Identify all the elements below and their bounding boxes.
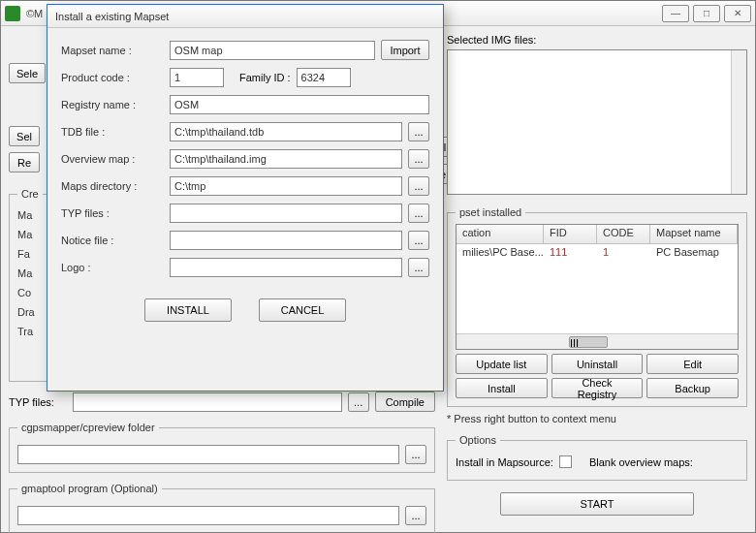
mapset-installed-legend: pset installed [456,206,525,218]
app-icon [5,6,20,21]
td-mapset-name: PC Basemap [650,244,738,264]
cgpsmapper-path-input[interactable] [17,445,399,464]
cancel-button[interactable]: CANCEL [259,298,346,322]
cgpsmapper-fieldset: cgpsmapper/cpreview folder ... [9,422,435,473]
mapset-installed-fieldset: pset installed cation FID CODE Mapset na… [447,206,747,407]
gmaptool-fieldset: gmaptool program (Optional) ... [9,483,435,533]
notice-file-browse-button[interactable]: ... [408,231,429,250]
dialog-title: Install a existing Mapset [55,11,169,22]
install-mapsource-label: Install in Mapsource: [456,456,553,468]
mapset-button-grid: Update list Uninstall Edit Install Check… [456,354,739,398]
table-header: cation FID CODE Mapset name [457,225,738,244]
registry-name-input[interactable] [170,95,429,114]
typ-files-modal-input[interactable] [170,204,402,223]
selected-img-listbox[interactable] [447,49,747,195]
right-column: Selected IMG files: pset installed catio… [447,34,747,516]
tdb-file-browse-button[interactable]: ... [408,122,429,141]
maximize-button[interactable]: □ [693,5,720,22]
selected-img-scrollbar[interactable] [731,50,746,194]
typ-files-browse-button[interactable]: ... [348,392,369,412]
table-scroll-thumb[interactable]: III [569,336,608,348]
overview-map-browse-button[interactable]: ... [408,149,429,169]
cgpsmapper-browse-button[interactable]: ... [405,445,426,464]
start-button[interactable]: START [500,492,694,516]
dialog-titlebar[interactable]: Install a existing Mapset [47,5,443,28]
gmaptool-browse-button[interactable]: ... [405,506,426,525]
notice-file-label: Notice file : [61,235,164,246]
cgpsmapper-legend: cgpsmapper/cpreview folder [17,422,159,433]
selected-img-label: Selected IMG files: [447,34,747,46]
td-location: milies\PC Base... [457,244,544,264]
sel-truncated-button[interactable]: Sel [9,126,40,146]
gmaptool-legend: gmaptool program (Optional) [17,483,162,494]
notice-file-input[interactable] [170,231,402,250]
re-truncated-button[interactable]: Re [9,152,40,172]
product-code-label: Product code : [61,72,164,83]
dialog-body: Mapset name : Import Product code : Fami… [47,28,443,333]
minimize-button[interactable]: — [662,5,689,22]
create-legend-truncated: Cre [17,188,43,200]
install-confirm-button[interactable]: INSTALL [144,298,232,322]
th-mapset-name[interactable]: Mapset name [650,225,738,243]
edit-button[interactable]: Edit [646,354,739,374]
product-code-input[interactable] [170,68,224,87]
logo-browse-button[interactable]: ... [408,258,429,277]
td-code: 1 [597,244,650,264]
mapset-name-input[interactable] [170,41,375,60]
typ-files-input[interactable] [73,392,342,412]
install-mapset-dialog: Install a existing Mapset Mapset name : … [47,4,444,392]
th-location[interactable]: cation [457,225,544,243]
select-truncated-button[interactable]: Sele [9,63,46,83]
compile-button[interactable]: Compile [375,392,435,412]
install-mapsource-checkbox[interactable] [559,455,572,468]
tdb-file-label: TDB file : [61,126,164,138]
maps-dir-browse-button[interactable]: ... [408,176,429,196]
typ-files-modal-label: TYP files : [61,207,164,219]
close-button[interactable]: ✕ [724,5,751,22]
install-registry-button[interactable]: Install [456,378,548,398]
td-fid: 111 [544,244,597,264]
options-legend: Options [456,434,500,446]
th-code[interactable]: CODE [597,225,650,243]
blank-overview-label: Blank overview maps: [589,456,693,468]
typ-files-label: TYP files: [9,396,67,408]
registry-name-label: Registry name : [61,99,164,110]
options-fieldset: Options Install in Mapsource: Blank over… [447,434,747,481]
uninstall-button[interactable]: Uninstall [551,354,644,374]
backup-button[interactable]: Backup [646,378,739,398]
typ-files-modal-browse-button[interactable]: ... [408,204,429,223]
context-menu-hint: * Press right button to context menu [447,413,747,424]
logo-label: Logo : [61,262,164,273]
mapset-table[interactable]: cation FID CODE Mapset name milies\PC Ba… [456,224,739,350]
th-fid[interactable]: FID [544,225,597,243]
table-h-scrollbar[interactable]: III [457,333,738,349]
family-id-label: Family ID : [239,72,291,83]
tdb-file-input[interactable] [170,122,402,141]
check-registry-button[interactable]: Check Registry [551,378,644,398]
overview-map-input[interactable] [170,149,402,169]
update-list-button[interactable]: Update list [456,354,548,374]
mapset-name-label: Mapset name : [61,45,164,56]
import-button[interactable]: Import [381,40,429,60]
table-row[interactable]: milies\PC Base... 111 1 PC Basemap [457,244,738,264]
family-id-input[interactable] [297,68,351,87]
maps-dir-input[interactable] [170,176,402,196]
overview-map-label: Overview map : [61,153,164,165]
logo-input[interactable] [170,258,402,277]
gmaptool-path-input[interactable] [17,506,399,525]
maps-dir-label: Maps directory : [61,180,164,192]
